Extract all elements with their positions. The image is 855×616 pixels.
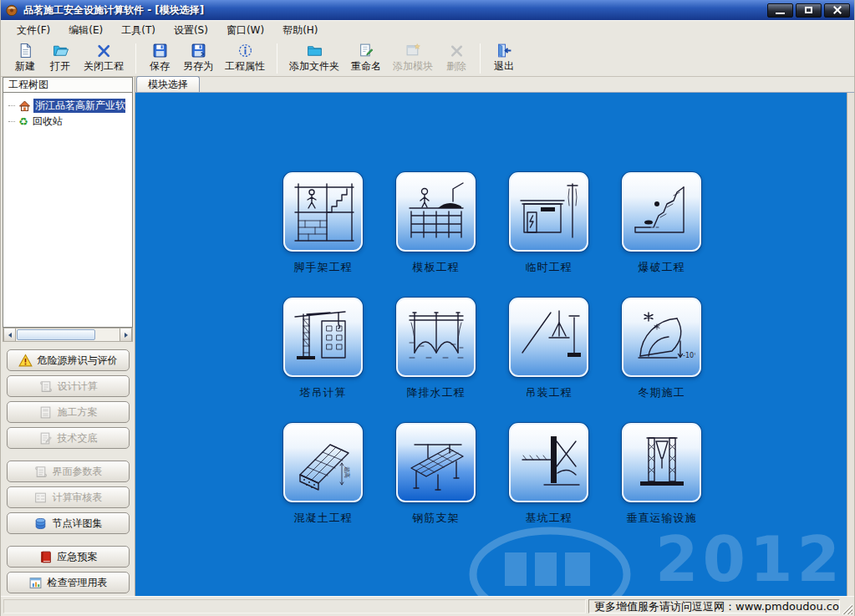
status-bar: 更多增值服务请访问逗逗网：www.pmdoudou.com [1, 596, 854, 616]
toolbar-separator [277, 43, 277, 74]
toolbar: 新建 打开 关闭工程 保存 另存为 工程属性 添加文件夹 [1, 40, 854, 77]
hoisting-icon [516, 304, 583, 371]
module-label: 混凝土工程 [294, 511, 353, 526]
scrollbar-thumb[interactable] [17, 329, 95, 340]
scroll-left-arrow-icon[interactable] [3, 328, 16, 341]
minimize-button[interactable] [767, 3, 793, 18]
add-module-icon [405, 43, 421, 59]
home-icon [18, 99, 31, 112]
save-as-button[interactable]: 另存为 [177, 42, 219, 75]
menu-settings[interactable]: 设置(S) [165, 21, 217, 40]
rename-button[interactable]: 重命名 [345, 42, 387, 75]
new-button[interactable]: 新建 [8, 42, 43, 75]
module-concrete[interactable]: 超高 混凝土工程 [267, 423, 379, 548]
status-bar-left-panel [3, 599, 586, 613]
module-foundation-pit[interactable]: 基坑工程 [492, 423, 605, 548]
module-formwork[interactable]: 模板工程 [379, 172, 492, 298]
menu-file[interactable]: 文件(F) [8, 21, 59, 40]
design-calc-icon [38, 379, 53, 394]
module-label: 脚手架工程 [294, 260, 353, 275]
close-icon [832, 5, 842, 15]
audit-table-button: 计算审核表 [7, 486, 130, 508]
tab-module-select[interactable]: 模块选择 [136, 76, 200, 92]
toolbar-separator [480, 43, 481, 74]
formwork-icon [403, 179, 470, 246]
tree-item-recycle-bin[interactable]: ♻ 回收站 [3, 114, 132, 130]
sidebar-button-label: 危险源辨识与评价 [38, 354, 118, 368]
toolbar-label: 添加文件夹 [289, 59, 339, 74]
toolbar-label: 添加模块 [393, 59, 433, 74]
exit-button[interactable]: 退出 [486, 42, 522, 75]
add-module-button: 添加模块 [387, 42, 439, 75]
project-properties-button[interactable]: 工程属性 [219, 42, 271, 75]
node-details-button[interactable]: 节点详图集 [7, 512, 130, 534]
sidebar-buttons: 危险源辨识与评价 设计计算 施工方案 技术交底 界面参数表 计算审核表 [1, 349, 135, 598]
main-vertical-scrollbar[interactable] [847, 93, 854, 596]
tab-strip: 模块选择 [135, 77, 854, 93]
recycle-bin-icon: ♻ [18, 116, 28, 127]
main-area: 模块选择 2012 [135, 77, 854, 596]
module-tower-crane[interactable]: 塔吊计算 [267, 298, 379, 423]
hazard-identification-button[interactable]: 危险源辨识与评价 [7, 349, 130, 371]
open-button[interactable]: 打开 [43, 42, 78, 75]
toolbar-label: 退出 [494, 59, 514, 74]
emergency-plan-button[interactable]: 应急预案 [7, 546, 130, 568]
resize-grip[interactable] [842, 603, 852, 614]
save-icon [152, 43, 168, 59]
vertical-transport-icon [629, 430, 695, 496]
window-title: 品茗施工安全设施计算软件 - [模块选择] [23, 3, 204, 18]
sidebar-button-label: 设计计算 [58, 379, 98, 394]
add-folder-button[interactable]: 添加文件夹 [283, 42, 345, 75]
tree-item-label: 回收站 [31, 115, 64, 129]
tree-item-project[interactable]: 浙江品茗高新产业软件 [3, 98, 132, 114]
parameter-table-icon [33, 465, 48, 479]
module-vertical-transport[interactable]: 垂直运输设施 [605, 423, 718, 548]
app-window: 品茗施工安全设施计算软件 - [模块选择] 文件(F) 编辑(E) 工具(T) … [0, 0, 855, 616]
module-winter-construction[interactable]: -10℃ 冬期施工 [605, 298, 718, 423]
inspection-table-icon [28, 576, 43, 590]
delete-icon [449, 43, 465, 59]
parameter-table-button: 界面参数表 [7, 461, 130, 482]
scroll-right-arrow-icon[interactable] [120, 328, 132, 341]
dewatering-icon [403, 304, 470, 371]
menu-help[interactable]: 帮助(H) [273, 21, 327, 40]
tree-item-label: 浙江品茗高新产业软件 [33, 99, 125, 113]
toolbar-label: 另存为 [183, 59, 213, 74]
module-label: 吊装工程 [526, 385, 573, 400]
module-temporary-works[interactable]: 临时工程 [492, 172, 605, 298]
toolbar-label: 打开 [50, 59, 70, 74]
tech-disclosure-button: 技术交底 [7, 427, 130, 449]
foundation-pit-icon [516, 430, 583, 496]
maximize-button[interactable] [796, 3, 822, 18]
menu-edit[interactable]: 编辑(E) [59, 21, 112, 40]
minimize-icon [776, 13, 785, 14]
toolbar-label: 保存 [150, 59, 170, 74]
open-folder-icon [53, 43, 69, 59]
close-button[interactable] [824, 3, 850, 18]
save-button[interactable]: 保存 [142, 42, 177, 75]
toolbar-label: 工程属性 [225, 59, 265, 74]
scaffold-icon [290, 179, 357, 246]
status-message: 更多增值服务请访问逗逗网：www.pmdoudou.com [588, 599, 840, 613]
exit-icon [496, 43, 512, 59]
module-hoisting[interactable]: 吊装工程 [492, 298, 605, 423]
menu-tools[interactable]: 工具(T) [112, 21, 165, 40]
module-blasting[interactable]: 爆破工程 [605, 172, 718, 298]
module-label: 冬期施工 [639, 385, 685, 400]
construction-plan-button: 施工方案 [7, 401, 130, 423]
module-scaffold[interactable]: 脚手架工程 [267, 172, 379, 298]
module-label: 基坑工程 [526, 511, 573, 526]
rename-icon [359, 43, 374, 59]
new-file-icon [18, 43, 33, 59]
module-dewatering[interactable]: 降排水工程 [379, 298, 492, 423]
close-project-button[interactable]: 关闭工程 [78, 42, 130, 75]
toolbar-label: 删除 [446, 59, 466, 74]
tower-crane-icon [290, 304, 357, 371]
inspection-table-button[interactable]: 检查管理用表 [7, 572, 130, 593]
blasting-icon [629, 179, 695, 246]
sidebar-button-label: 界面参数表 [53, 465, 103, 479]
menu-window[interactable]: 窗口(W) [217, 21, 273, 40]
module-rebar-support[interactable]: 钢筋支架 [379, 423, 492, 548]
tree-horizontal-scrollbar[interactable] [3, 328, 133, 342]
app-icon [5, 3, 18, 17]
